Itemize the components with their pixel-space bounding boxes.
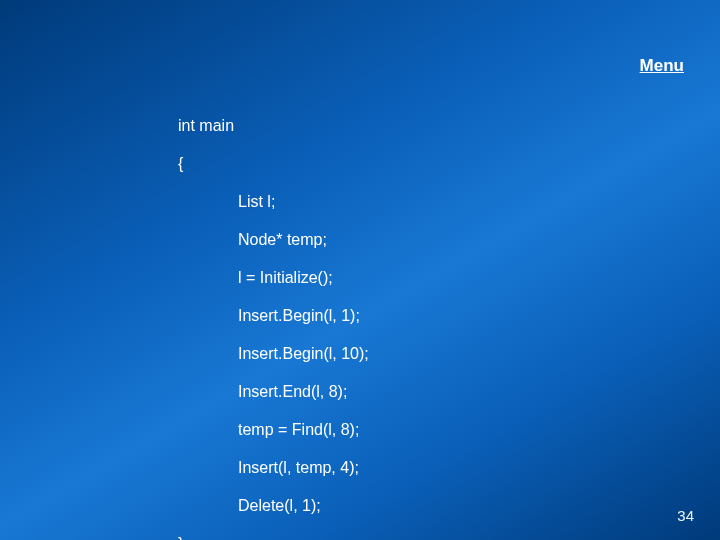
code-line: l = Initialize();: [238, 270, 369, 286]
code-line: Insert.Begin(l, 1);: [238, 308, 369, 324]
code-line: Delete(l, 1);: [238, 498, 369, 514]
code-block: int main { List l; Node* temp; l = Initi…: [178, 118, 369, 540]
code-line: }: [178, 536, 369, 540]
code-line: Insert(l, temp, 4);: [238, 460, 369, 476]
code-line: int main: [178, 118, 369, 134]
page-number: 34: [677, 507, 694, 524]
code-line: Insert.Begin(l, 10);: [238, 346, 369, 362]
code-line: temp = Find(l, 8);: [238, 422, 369, 438]
code-line: Node* temp;: [238, 232, 369, 248]
menu-link[interactable]: Menu: [640, 56, 684, 76]
code-line: Insert.End(l, 8);: [238, 384, 369, 400]
code-line: {: [178, 156, 369, 172]
code-line: List l;: [238, 194, 369, 210]
